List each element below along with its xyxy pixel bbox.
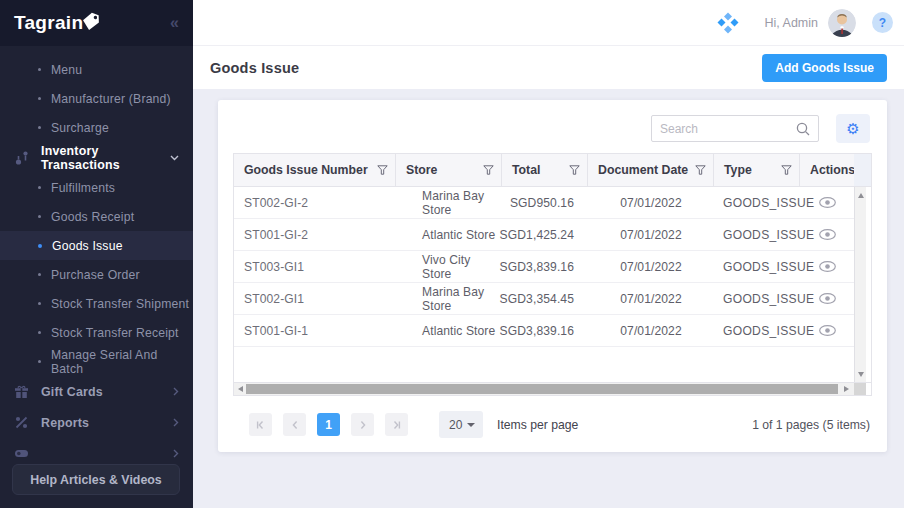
sidebar-item-menu[interactable]: Menu [0,55,193,84]
table-toolbar: ⚙ [233,114,870,143]
sidebar-collapse-button[interactable]: « [170,15,179,31]
sidebar-item-manufacturer-brand[interactable]: Manufacturer (Brand) [0,84,193,113]
pagination-bar: 1 20 Items per page 1 of 1 pages (5 item… [233,411,872,438]
goods-issue-table: Goods Issue Number Store Total Docu [233,153,872,396]
logo-text: Tagrain [14,12,83,34]
search-icon [796,122,810,136]
page-title: Goods Issue [210,60,299,76]
table-body-wrap: ST002-GI-2 Marina Bay Store SGD950.16 07… [234,187,871,382]
chevron-right-icon [173,418,179,427]
view-button[interactable] [819,229,836,240]
page-size-select[interactable]: 20 [439,411,483,438]
filter-icon[interactable] [689,165,706,175]
sidebar-item-label: Goods Issue [52,239,123,253]
content: ⚙ Goods Issue Number Store [193,89,904,508]
apps-grid-icon[interactable] [717,12,739,34]
first-page-button[interactable] [249,413,272,436]
bullet-icon [38,215,41,218]
sidebar-section-icon [13,446,30,461]
chevron-down-icon [467,423,475,427]
gear-icon: ⚙ [846,120,859,138]
sidebar-item-stock-transfer-receipt[interactable]: Stock Transfer Receipt [0,318,193,347]
last-page-button[interactable] [385,413,408,436]
bullet-icon [38,186,41,189]
logo: Tagrain [14,12,100,34]
user-greeting[interactable]: Hi, Admin [765,16,819,30]
table-horizontal-scrollbar[interactable] [234,383,854,395]
cell-store: Atlantic Store [396,219,502,250]
table-row[interactable]: ST001-GI-2 Atlantic Store SGD1,425.24 07… [234,219,854,251]
filter-icon[interactable] [563,165,580,175]
sidebar-nav: Menu Manufacturer (Brand) Surcharge [0,46,193,466]
chevron-right-icon [173,449,179,458]
sidebar-item-goods-issue[interactable]: Goods Issue [0,231,193,260]
topbar: Hi, Admin ? [193,0,904,46]
table-row[interactable]: ST002-GI-2 Marina Bay Store SGD950.16 07… [234,187,854,219]
sidebar-item-partially-hidden[interactable] [0,438,193,466]
sidebar-item-label: Fulfillments [51,181,115,195]
filter-icon[interactable] [371,165,388,175]
column-label: Document Date [598,163,688,177]
help-icon[interactable]: ? [872,12,893,33]
table-row[interactable]: ST003-GI1 Vivo City Store SGD3,839.16 07… [234,251,854,283]
app-root: Tagrain « Menu Manufacturer (Brand) Surc… [0,0,904,508]
horizontal-scroll-thumb[interactable] [246,384,838,394]
bullet-icon [38,273,41,276]
sidebar-item-label: Purchase Order [51,268,140,282]
table-vertical-scrollbar[interactable] [854,187,866,382]
table-row[interactable]: ST001-GI-1 Atlantic Store SGD3,839.16 07… [234,315,854,347]
column-header-document-date[interactable]: Document Date [588,154,714,186]
cell-total: SGD950.16 [502,187,588,218]
previous-page-button[interactable] [283,413,306,436]
cell-total: SGD1,425.24 [502,219,588,250]
table-row[interactable]: ST002-GI1 Marina Bay Store SGD3,354.45 0… [234,283,854,315]
view-button[interactable] [819,325,836,336]
cell-goods-issue-number: ST002-GI-2 [234,187,396,218]
sidebar-item-label: Manage Serial And Batch [51,348,193,376]
sidebar-item-stock-transfer-shipment[interactable]: Stock Transfer Shipment [0,289,193,318]
reports-icon [13,415,30,430]
column-header-store[interactable]: Store [396,154,502,186]
bullet-icon [38,97,41,100]
sidebar-section-label: Gift Cards [41,385,103,399]
cell-total: SGD3,354.45 [502,283,588,314]
filter-icon[interactable] [775,165,792,175]
sidebar-item-purchase-order[interactable]: Purchase Order [0,260,193,289]
cell-type: GOODS_ISSUE [714,283,800,314]
current-page-button[interactable]: 1 [317,413,340,436]
scroll-up-button[interactable] [855,189,867,201]
chevron-down-icon [170,155,179,161]
cell-document-date: 07/01/2022 [588,219,714,250]
column-header-total[interactable]: Total [502,154,588,186]
items-per-page-label: Items per page [497,418,578,432]
settings-button[interactable]: ⚙ [836,114,870,143]
view-button[interactable] [819,261,836,272]
sidebar-item-fulfillments[interactable]: Fulfillments [0,173,193,202]
inventory-transactions-icon [13,150,30,166]
column-header-goods-issue-number[interactable]: Goods Issue Number [234,154,396,186]
sidebar-item-goods-receipt[interactable]: Goods Receipt [0,202,193,231]
help-articles-button[interactable]: Help Articles & Videos [12,464,180,495]
filter-icon[interactable] [477,165,494,175]
sidebar-item-inventory-transactions[interactable]: Inventory Transactions [0,142,193,173]
next-page-button[interactable] [351,413,374,436]
sidebar-item-reports[interactable]: Reports [0,407,193,438]
view-button[interactable] [819,197,836,208]
cell-document-date: 07/01/2022 [588,251,714,282]
add-goods-issue-button[interactable]: Add Goods Issue [762,54,887,82]
scroll-right-button[interactable] [840,383,852,395]
sidebar-item-gift-cards[interactable]: Gift Cards [0,376,193,407]
view-button[interactable] [819,293,836,304]
scroll-down-button[interactable] [855,368,867,380]
header-filler [854,154,871,186]
sidebar-item-surcharge[interactable]: Surcharge [0,113,193,142]
sidebar-item-label: Menu [51,63,82,77]
search-input[interactable] [660,122,796,136]
avatar[interactable] [828,9,856,37]
column-label: Type [724,163,752,177]
scroll-left-button[interactable] [234,383,246,395]
sidebar-item-manage-serial-and-batch[interactable]: Manage Serial And Batch [0,347,193,376]
chevron-right-icon [173,387,179,396]
bullet-icon [38,68,41,71]
column-header-type[interactable]: Type [714,154,800,186]
